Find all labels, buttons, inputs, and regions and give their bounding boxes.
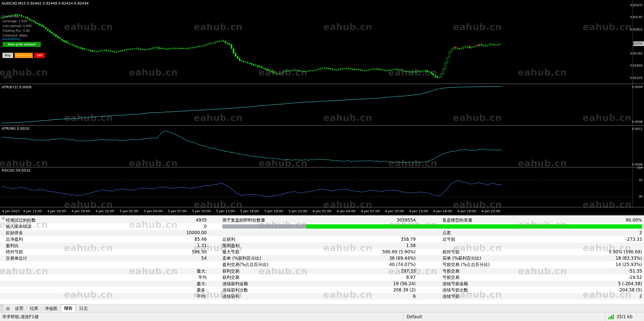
chart-title: AUDCAD,M15 0.92442 0.92449 0.92414 0.924… <box>2 1 88 5</box>
svg-text:6 Jan 19:00: 6 Jan 19:00 <box>457 209 476 213</box>
axis-label: 0.93145 <box>630 15 642 19</box>
axis-label: 0.0009 <box>632 163 642 166</box>
report-cell: 36 (69.44%) <box>335 255 416 261</box>
report-sheet-icon: ▦ <box>6 306 10 311</box>
indicator-label-atr96: ATR(96) 0.0010 <box>2 126 29 130</box>
report-cell: 亏损交易 <box>442 274 459 281</box>
report-row: 平均:连续获利6连续亏损2 <box>0 293 644 300</box>
tab-净值图[interactable]: 净值图 <box>42 305 60 312</box>
panel-grip: ⁞ <box>0 304 4 312</box>
report-cell: 2 <box>529 230 642 236</box>
axis-label: 0.92434 <box>630 42 642 45</box>
report-row: 最大:获利交易197.33亏损交易-51.35 <box>0 268 644 275</box>
chart-region[interactable]: 0.934700.931450.928150.921650.918400.915… <box>0 0 644 215</box>
axis-label: 0.0009 <box>632 85 642 89</box>
report-cell: 40 (74.07%) <box>335 261 416 268</box>
report-cell: -51.35 <box>529 268 642 274</box>
report-cell: 208.39 (2) <box>335 287 416 293</box>
ea-info-line: Currencies: 1 <box>3 14 32 19</box>
report-cell: 85.46 <box>126 236 207 243</box>
report-cell: 预期盈利 <box>222 243 239 249</box>
report-cell: 4935 <box>126 217 207 223</box>
report-row: 平均获利交易8.97亏损交易-19.52 <box>0 274 644 281</box>
status-traffic: 35/1 kb <box>605 312 644 321</box>
svg-text:4 Jan 13:00: 4 Jan 13:00 <box>23 209 42 213</box>
report-cell: 连续亏损 <box>442 293 459 300</box>
report-cell: 连续获利次数 <box>222 287 248 293</box>
report-cell: 2 <box>529 293 642 300</box>
report-cell: 19 (56.24) <box>335 281 416 287</box>
ea-info-line: Lots opened: 0.000 <box>3 24 32 29</box>
report-cell: 10000.00 <box>126 230 207 236</box>
ea-info-line: Leverage: 1:500 <box>3 19 32 24</box>
tab-结果[interactable]: 结果 <box>27 305 41 312</box>
sell-button[interactable]: Sell <box>34 53 45 58</box>
report-cell: 5 (-204.58) <box>529 281 642 287</box>
price-chart-canvas[interactable]: 0.934700.931450.928150.921650.918400.915… <box>0 0 644 215</box>
report-cell: 590.69 (5.90%) <box>335 249 416 255</box>
svg-text:6 Jan 16:00: 6 Jan 16:00 <box>433 209 452 213</box>
indicator-label-rsi: RSI(20) 59.0532 <box>2 168 30 172</box>
report-row: 盈利比1.31预期盈利1.58 <box>0 243 644 249</box>
ea-info-line: Floating PnL: 0.00 <box>3 29 32 33</box>
report-table: 经测试过的柱数4935用于复盘的即时价数量3059554复盘模型的质量90.00… <box>0 216 644 304</box>
report-cell: 连续亏损次数 <box>442 287 468 293</box>
svg-text:5 Jan 01:00: 5 Jan 01:00 <box>120 209 138 213</box>
select-pair-button[interactable]: Select pair <box>15 53 33 58</box>
report-cell: 平均: <box>126 293 207 300</box>
report-cell: 点差 <box>442 230 451 236</box>
svg-text:4 Jan 16:00: 4 Jan 16:00 <box>47 209 66 213</box>
buy-button[interactable]: Buy <box>3 53 13 58</box>
svg-text:5 Jan 16:00: 5 Jan 16:00 <box>240 209 259 213</box>
report-cell: 复盘模型的质量 <box>442 217 472 223</box>
tester-tab-bar: ⁞ ▦ 设置结果净值图报告日志 <box>0 304 644 312</box>
report-cell: 卖单 (%获利百分比) <box>222 255 261 261</box>
traffic-label: 35/1 kb <box>616 314 632 319</box>
status-bar: 寻求帮助,请按F1键 Default 35/1 kb <box>0 312 644 321</box>
report-cell: 18 (83.33%) <box>529 255 642 261</box>
axis-label: 0.91840 <box>630 64 642 67</box>
report-row: 起始资金10000.00点差2 <box>0 230 644 236</box>
report-row: 交易单总计54卖单 (%获利百分比)36 (69.44%)买单 (%获利百分比)… <box>0 255 644 262</box>
tab-设置[interactable]: 设置 <box>12 305 26 312</box>
report-cell: 最多: <box>126 287 207 293</box>
report-cell: 1.31 <box>126 243 207 249</box>
axis-label: 0.0008 <box>632 120 642 124</box>
ea-info-panel: Currencies: 1Leverage: 1:500Lots opened:… <box>3 14 32 38</box>
connection-signal-icon <box>608 314 614 319</box>
axis-label: 0.92815 <box>630 28 642 31</box>
report-cell: 0 <box>126 223 207 230</box>
report-cell: 54 <box>126 255 207 261</box>
svg-text:5 Jan 07:00: 5 Jan 07:00 <box>168 209 187 213</box>
progress-bar-used <box>222 224 306 229</box>
axis-label: 30 <box>639 195 642 198</box>
status-profile[interactable]: Default <box>403 312 605 321</box>
backtest-report-panel: × 经测试过的柱数4935用于复盘的即时价数量3059554复盘模型的质量90.… <box>0 216 644 304</box>
report-cell: 5.90% (590.69) <box>529 249 642 255</box>
atr672-line <box>2 86 502 123</box>
svg-text:4 Jan 19:00: 4 Jan 19:00 <box>71 209 90 213</box>
svg-text:6 Jan 04:00: 6 Jan 04:00 <box>337 209 355 213</box>
report-cell: 总获利 <box>222 236 235 243</box>
axis-label: 0.92165 <box>630 52 642 55</box>
axis-label: 100 <box>637 166 642 170</box>
report-cell: -204.58 (5) <box>529 287 642 293</box>
svg-text:6 Jan 13:00: 6 Jan 13:00 <box>409 209 428 213</box>
svg-text:4 Jan 2023: 4 Jan 2023 <box>2 209 20 213</box>
report-row: 绝对亏损586.50最大亏损590.69 (5.90%)相对亏损5.90% (5… <box>0 249 644 255</box>
report-cell: 交易单总计 <box>6 255 27 261</box>
new-grids-button[interactable]: New grids allowed <box>3 42 41 47</box>
report-cell: 最大亏损 <box>222 249 239 255</box>
svg-text:5 Jan 04:00: 5 Jan 04:00 <box>144 209 162 213</box>
svg-text:6 Jan 10:00: 6 Jan 10:00 <box>385 209 404 213</box>
close-panel-button[interactable]: × <box>1 217 5 221</box>
report-row: 总净盈利85.46总获利358.79总亏损-273.33 <box>0 236 644 243</box>
report-cell: 用于复盘的即时价数量 <box>222 217 265 223</box>
report-cell: 亏损交易 (%占总百分比) <box>442 261 490 268</box>
tab-日志[interactable]: 日志 <box>76 305 91 312</box>
tab-报告[interactable]: 报告 <box>61 305 76 312</box>
progress-bar <box>306 224 642 229</box>
report-cell: 总亏损 <box>442 236 455 243</box>
report-row: 最多:连续获利次数208.39 (2)连续亏损次数-204.58 (5) <box>0 287 644 293</box>
report-cell: 最大: <box>126 268 207 274</box>
